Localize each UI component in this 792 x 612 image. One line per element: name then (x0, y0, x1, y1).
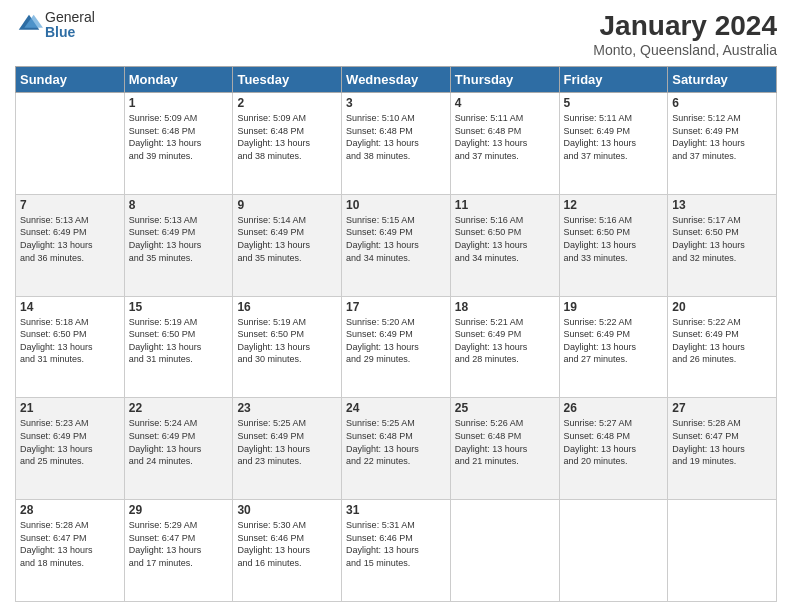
day-info: Sunrise: 5:21 AM Sunset: 6:49 PM Dayligh… (455, 316, 555, 366)
day-number: 13 (672, 198, 772, 212)
day-info: Sunrise: 5:15 AM Sunset: 6:49 PM Dayligh… (346, 214, 446, 264)
day-info: Sunrise: 5:22 AM Sunset: 6:49 PM Dayligh… (672, 316, 772, 366)
day-number: 27 (672, 401, 772, 415)
day-info: Sunrise: 5:28 AM Sunset: 6:47 PM Dayligh… (20, 519, 120, 569)
day-info: Sunrise: 5:11 AM Sunset: 6:49 PM Dayligh… (564, 112, 664, 162)
header-friday: Friday (559, 67, 668, 93)
calendar-cell: 30Sunrise: 5:30 AM Sunset: 6:46 PM Dayli… (233, 500, 342, 602)
calendar-cell (559, 500, 668, 602)
day-info: Sunrise: 5:11 AM Sunset: 6:48 PM Dayligh… (455, 112, 555, 162)
day-number: 18 (455, 300, 555, 314)
header-wednesday: Wednesday (342, 67, 451, 93)
day-info: Sunrise: 5:16 AM Sunset: 6:50 PM Dayligh… (564, 214, 664, 264)
day-info: Sunrise: 5:29 AM Sunset: 6:47 PM Dayligh… (129, 519, 229, 569)
title-block: January 2024 Monto, Queensland, Australi… (593, 10, 777, 58)
calendar-cell: 18Sunrise: 5:21 AM Sunset: 6:49 PM Dayli… (450, 296, 559, 398)
day-info: Sunrise: 5:13 AM Sunset: 6:49 PM Dayligh… (20, 214, 120, 264)
day-info: Sunrise: 5:25 AM Sunset: 6:48 PM Dayligh… (346, 417, 446, 467)
day-number: 5 (564, 96, 664, 110)
logo-blue-text: Blue (45, 25, 95, 40)
calendar-cell: 15Sunrise: 5:19 AM Sunset: 6:50 PM Dayli… (124, 296, 233, 398)
day-number: 19 (564, 300, 664, 314)
calendar-cell: 27Sunrise: 5:28 AM Sunset: 6:47 PM Dayli… (668, 398, 777, 500)
week-row-3: 14Sunrise: 5:18 AM Sunset: 6:50 PM Dayli… (16, 296, 777, 398)
week-row-4: 21Sunrise: 5:23 AM Sunset: 6:49 PM Dayli… (16, 398, 777, 500)
calendar-cell (16, 93, 125, 195)
week-row-1: 1Sunrise: 5:09 AM Sunset: 6:48 PM Daylig… (16, 93, 777, 195)
logo: General Blue (15, 10, 95, 41)
day-number: 26 (564, 401, 664, 415)
day-info: Sunrise: 5:10 AM Sunset: 6:48 PM Dayligh… (346, 112, 446, 162)
day-info: Sunrise: 5:09 AM Sunset: 6:48 PM Dayligh… (129, 112, 229, 162)
logo-icon (15, 11, 43, 39)
day-info: Sunrise: 5:13 AM Sunset: 6:49 PM Dayligh… (129, 214, 229, 264)
day-number: 1 (129, 96, 229, 110)
logo-text: General Blue (45, 10, 95, 41)
day-number: 16 (237, 300, 337, 314)
day-info: Sunrise: 5:24 AM Sunset: 6:49 PM Dayligh… (129, 417, 229, 467)
day-info: Sunrise: 5:30 AM Sunset: 6:46 PM Dayligh… (237, 519, 337, 569)
day-info: Sunrise: 5:09 AM Sunset: 6:48 PM Dayligh… (237, 112, 337, 162)
header: General Blue January 2024 Monto, Queensl… (15, 10, 777, 58)
calendar-cell: 17Sunrise: 5:20 AM Sunset: 6:49 PM Dayli… (342, 296, 451, 398)
day-info: Sunrise: 5:19 AM Sunset: 6:50 PM Dayligh… (237, 316, 337, 366)
day-info: Sunrise: 5:31 AM Sunset: 6:46 PM Dayligh… (346, 519, 446, 569)
calendar-cell: 23Sunrise: 5:25 AM Sunset: 6:49 PM Dayli… (233, 398, 342, 500)
day-number: 8 (129, 198, 229, 212)
calendar-cell: 25Sunrise: 5:26 AM Sunset: 6:48 PM Dayli… (450, 398, 559, 500)
calendar-cell: 1Sunrise: 5:09 AM Sunset: 6:48 PM Daylig… (124, 93, 233, 195)
calendar-cell: 20Sunrise: 5:22 AM Sunset: 6:49 PM Dayli… (668, 296, 777, 398)
day-number: 31 (346, 503, 446, 517)
calendar-cell: 26Sunrise: 5:27 AM Sunset: 6:48 PM Dayli… (559, 398, 668, 500)
day-number: 30 (237, 503, 337, 517)
day-number: 7 (20, 198, 120, 212)
header-thursday: Thursday (450, 67, 559, 93)
calendar-cell (668, 500, 777, 602)
day-number: 17 (346, 300, 446, 314)
weekday-header-row: Sunday Monday Tuesday Wednesday Thursday… (16, 67, 777, 93)
day-info: Sunrise: 5:19 AM Sunset: 6:50 PM Dayligh… (129, 316, 229, 366)
calendar-cell (450, 500, 559, 602)
week-row-2: 7Sunrise: 5:13 AM Sunset: 6:49 PM Daylig… (16, 194, 777, 296)
day-number: 12 (564, 198, 664, 212)
day-number: 6 (672, 96, 772, 110)
day-info: Sunrise: 5:12 AM Sunset: 6:49 PM Dayligh… (672, 112, 772, 162)
day-info: Sunrise: 5:22 AM Sunset: 6:49 PM Dayligh… (564, 316, 664, 366)
day-number: 4 (455, 96, 555, 110)
calendar-cell: 13Sunrise: 5:17 AM Sunset: 6:50 PM Dayli… (668, 194, 777, 296)
page: General Blue January 2024 Monto, Queensl… (0, 0, 792, 612)
header-tuesday: Tuesday (233, 67, 342, 93)
calendar-cell: 12Sunrise: 5:16 AM Sunset: 6:50 PM Dayli… (559, 194, 668, 296)
week-row-5: 28Sunrise: 5:28 AM Sunset: 6:47 PM Dayli… (16, 500, 777, 602)
day-number: 10 (346, 198, 446, 212)
day-number: 20 (672, 300, 772, 314)
day-info: Sunrise: 5:17 AM Sunset: 6:50 PM Dayligh… (672, 214, 772, 264)
calendar-cell: 6Sunrise: 5:12 AM Sunset: 6:49 PM Daylig… (668, 93, 777, 195)
calendar-cell: 7Sunrise: 5:13 AM Sunset: 6:49 PM Daylig… (16, 194, 125, 296)
day-info: Sunrise: 5:23 AM Sunset: 6:49 PM Dayligh… (20, 417, 120, 467)
calendar-cell: 11Sunrise: 5:16 AM Sunset: 6:50 PM Dayli… (450, 194, 559, 296)
calendar: Sunday Monday Tuesday Wednesday Thursday… (15, 66, 777, 602)
calendar-cell: 2Sunrise: 5:09 AM Sunset: 6:48 PM Daylig… (233, 93, 342, 195)
calendar-cell: 16Sunrise: 5:19 AM Sunset: 6:50 PM Dayli… (233, 296, 342, 398)
day-info: Sunrise: 5:14 AM Sunset: 6:49 PM Dayligh… (237, 214, 337, 264)
calendar-cell: 14Sunrise: 5:18 AM Sunset: 6:50 PM Dayli… (16, 296, 125, 398)
day-info: Sunrise: 5:28 AM Sunset: 6:47 PM Dayligh… (672, 417, 772, 467)
day-number: 25 (455, 401, 555, 415)
day-number: 3 (346, 96, 446, 110)
subtitle: Monto, Queensland, Australia (593, 42, 777, 58)
day-number: 21 (20, 401, 120, 415)
day-number: 14 (20, 300, 120, 314)
day-number: 9 (237, 198, 337, 212)
calendar-cell: 24Sunrise: 5:25 AM Sunset: 6:48 PM Dayli… (342, 398, 451, 500)
day-info: Sunrise: 5:20 AM Sunset: 6:49 PM Dayligh… (346, 316, 446, 366)
calendar-cell: 10Sunrise: 5:15 AM Sunset: 6:49 PM Dayli… (342, 194, 451, 296)
header-sunday: Sunday (16, 67, 125, 93)
calendar-cell: 19Sunrise: 5:22 AM Sunset: 6:49 PM Dayli… (559, 296, 668, 398)
day-number: 29 (129, 503, 229, 517)
day-number: 23 (237, 401, 337, 415)
day-number: 28 (20, 503, 120, 517)
calendar-cell: 29Sunrise: 5:29 AM Sunset: 6:47 PM Dayli… (124, 500, 233, 602)
day-number: 11 (455, 198, 555, 212)
header-monday: Monday (124, 67, 233, 93)
